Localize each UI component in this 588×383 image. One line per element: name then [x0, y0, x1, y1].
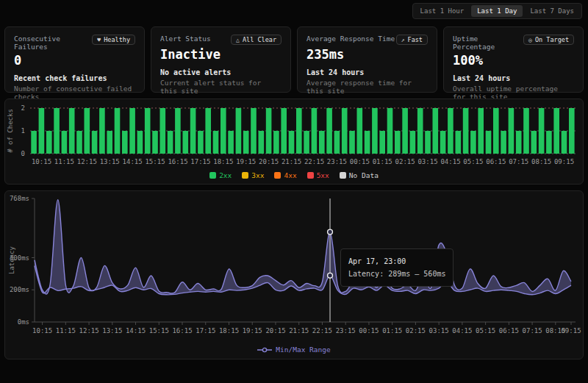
legend-label: No Data — [349, 171, 379, 179]
card-uptime-percentage: Uptime Percentage ◎ On Target 100% Last … — [443, 26, 584, 93]
svg-text:21:15: 21:15 — [289, 327, 309, 334]
legend-swatch-nodata — [340, 172, 346, 179]
svg-text:12:15: 12:15 — [77, 158, 97, 165]
svg-text:16:15: 16:15 — [168, 158, 187, 165]
svg-text:04:15: 04:15 — [440, 158, 460, 165]
target-icon: ◎ — [528, 37, 532, 43]
svg-text:02:15: 02:15 — [406, 327, 426, 334]
svg-text:01:15: 01:15 — [373, 158, 392, 165]
legend-label: 5xx — [317, 171, 329, 179]
latency-area-chart[interactable]: 0ms200ms400ms768msLatency10:1511:1512:15… — [5, 191, 583, 344]
svg-text:10:15: 10:15 — [32, 327, 52, 334]
svg-text:13:15: 13:15 — [102, 327, 122, 334]
svg-text:21:15: 21:15 — [282, 158, 301, 165]
tooltip-title: Apr 17, 23:00 — [348, 255, 445, 268]
latency-legend-label: Min/Max Range — [276, 346, 330, 354]
status-badge: ↗ Fast — [396, 35, 428, 45]
svg-text:16:15: 16:15 — [172, 327, 192, 334]
svg-text:03:15: 03:15 — [417, 158, 437, 165]
card-average-response-time: Average Response Time ↗ Fast 235ms Last … — [297, 26, 437, 93]
svg-text:10:15: 10:15 — [32, 158, 51, 165]
checks-bar-chart[interactable]: 210# of Checks10:1511:1512:1513:1514:151… — [5, 99, 583, 170]
trend-up-icon: ↗ — [401, 37, 405, 43]
legend-label: 4xx — [284, 171, 296, 179]
svg-text:23:15: 23:15 — [336, 327, 356, 334]
svg-text:23:15: 23:15 — [327, 158, 347, 165]
svg-text:17:15: 17:15 — [190, 158, 210, 165]
svg-text:13:15: 13:15 — [100, 158, 120, 165]
svg-text:14:15: 14:15 — [126, 327, 146, 334]
legend-swatch-3xx — [242, 172, 248, 179]
minmax-range-marker-icon — [257, 347, 272, 353]
card-subtitle: Last 24 hours — [453, 74, 574, 82]
svg-text:0ms: 0ms — [18, 318, 29, 326]
legend-label: 2xx — [219, 171, 232, 179]
legend-item-4xx: 4xx — [274, 171, 296, 179]
card-subtitle: Last 24 hours — [306, 68, 428, 76]
checks-chart-legend: 2xx 3xx 4xx 5xx No Data — [5, 170, 583, 184]
card-value: Inactive — [160, 47, 282, 62]
svg-text:11:15: 11:15 — [56, 327, 76, 334]
svg-text:17:15: 17:15 — [196, 327, 215, 334]
svg-text:12:15: 12:15 — [79, 327, 99, 334]
card-subtitle: Recent check failures — [14, 74, 135, 82]
card-title: Uptime Percentage — [453, 35, 523, 51]
svg-text:22:15: 22:15 — [304, 158, 324, 165]
card-description: Average response time for this site — [306, 79, 428, 95]
card-description: Current alert status for this site — [160, 79, 282, 95]
latency-chart-panel: 0ms200ms400ms768msLatency10:1511:1512:15… — [4, 190, 584, 359]
svg-text:1: 1 — [21, 127, 25, 135]
badge-label: Healthy — [104, 36, 130, 43]
svg-text:03:15: 03:15 — [429, 327, 449, 334]
svg-text:20:15: 20:15 — [259, 158, 279, 165]
legend-item-2xx: 2xx — [209, 171, 232, 179]
svg-text:15:15: 15:15 — [145, 158, 165, 165]
legend-item-3xx: 3xx — [242, 171, 264, 179]
svg-text:05:15: 05:15 — [476, 327, 495, 334]
card-subtitle: No active alerts — [160, 68, 282, 76]
card-alert-status: Alert Status △ All Clear Inactive No act… — [151, 26, 291, 93]
svg-text:07:15: 07:15 — [523, 327, 542, 334]
svg-text:200ms: 200ms — [10, 286, 29, 293]
status-badge: ♥ Healthy — [92, 35, 135, 45]
svg-text:22:15: 22:15 — [312, 327, 332, 334]
card-value: 235ms — [306, 47, 428, 62]
badge-label: On Target — [535, 36, 569, 43]
card-title: Alert Status — [160, 35, 211, 43]
svg-text:768ms: 768ms — [10, 195, 29, 202]
heart-icon: ♥ — [97, 37, 101, 43]
svg-text:2: 2 — [21, 104, 25, 112]
status-badge: ◎ On Target — [523, 35, 574, 45]
time-range-selector: Last 1 Hour Last 1 Day Last 7 Days — [412, 3, 582, 19]
card-consecutive-failures: Consecutive Failures ♥ Healthy 0 Recent … — [4, 26, 145, 93]
svg-text:00:15: 00:15 — [359, 327, 379, 334]
svg-text:20:15: 20:15 — [265, 327, 285, 334]
svg-text:18:15: 18:15 — [213, 158, 233, 165]
card-title: Consecutive Failures — [14, 35, 92, 51]
svg-text:02:15: 02:15 — [395, 158, 415, 165]
svg-text:15:15: 15:15 — [149, 327, 169, 334]
checks-chart-panel: 210# of Checks10:1511:1512:1513:1514:151… — [4, 99, 584, 185]
badge-label: Fast — [408, 36, 423, 43]
card-title: Average Response Time — [306, 35, 395, 43]
svg-text:09:15: 09:15 — [554, 158, 574, 165]
range-button-1-day[interactable]: Last 1 Day — [471, 5, 523, 17]
svg-text:00:15: 00:15 — [350, 158, 370, 165]
legend-swatch-5xx — [307, 172, 314, 179]
svg-text:07:15: 07:15 — [509, 158, 528, 165]
stat-cards-row: Consecutive Failures ♥ Healthy 0 Recent … — [4, 26, 584, 93]
svg-text:06:15: 06:15 — [486, 158, 506, 165]
legend-swatch-4xx — [274, 172, 281, 179]
range-button-1-hour[interactable]: Last 1 Hour — [415, 5, 470, 17]
svg-text:01:15: 01:15 — [382, 327, 402, 334]
svg-text:18:15: 18:15 — [219, 327, 239, 334]
range-button-7-days[interactable]: Last 7 Days — [524, 5, 580, 17]
svg-text:09:15: 09:15 — [561, 327, 581, 334]
legend-item-5xx: 5xx — [307, 171, 329, 179]
svg-text:11:15: 11:15 — [54, 158, 74, 165]
bell-icon: △ — [236, 37, 240, 43]
svg-text:19:15: 19:15 — [243, 327, 262, 334]
card-value: 0 — [14, 53, 135, 68]
svg-text:Latency: Latency — [8, 246, 15, 274]
card-value: 100% — [453, 53, 574, 68]
